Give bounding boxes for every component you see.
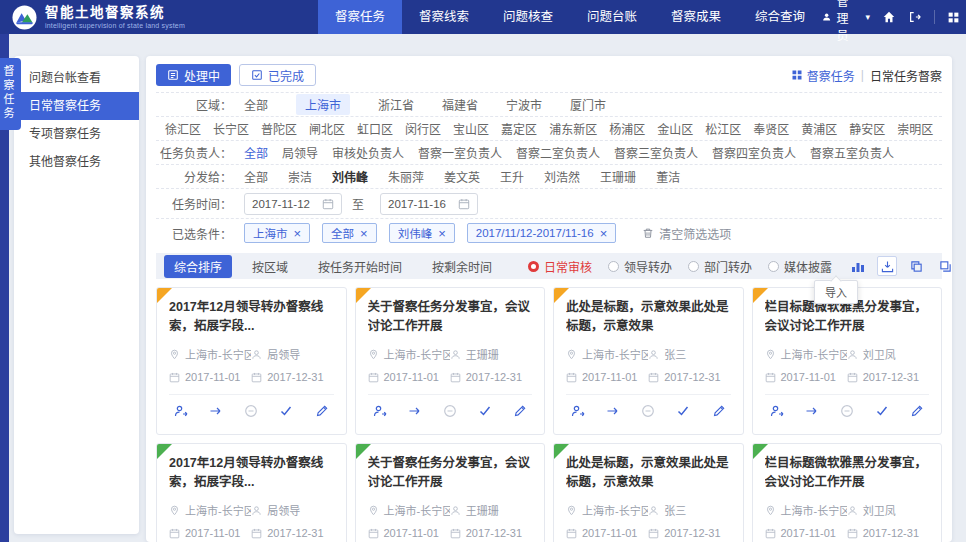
nav-item[interactable]: 督察任务 bbox=[318, 0, 402, 34]
sort-option[interactable]: 按剩余时间 bbox=[422, 255, 502, 278]
task-card[interactable]: 2017年12月领导转办督察线索，拓展字段... 上海市-长宁区 bbox=[156, 287, 347, 435]
district-option[interactable]: 杨浦区 bbox=[609, 120, 645, 137]
assign-icon[interactable] bbox=[372, 403, 388, 419]
remove-tag-icon[interactable]: × bbox=[438, 227, 446, 240]
nav-item[interactable]: 问题核查 bbox=[486, 0, 570, 34]
apps-icon[interactable] bbox=[947, 9, 960, 25]
region-option[interactable]: 全部 bbox=[244, 96, 268, 113]
disable-icon[interactable] bbox=[839, 403, 855, 419]
copy-icon[interactable] bbox=[906, 256, 926, 276]
nav-item[interactable]: 问题台账 bbox=[570, 0, 654, 34]
edit-icon[interactable] bbox=[711, 403, 727, 419]
nav-item[interactable]: 督察线索 bbox=[402, 0, 486, 34]
breadcrumb-parent[interactable]: 督察任务 bbox=[791, 67, 855, 84]
type-radio-option[interactable]: 日常审核 bbox=[528, 258, 592, 275]
sidebar-item[interactable]: 专项督察任务 bbox=[14, 120, 139, 148]
task-card[interactable]: 栏目标题微软雅黑分发事宜，会议讨论工作开展 上海市-长宁区 bbox=[752, 287, 943, 435]
approve-icon[interactable] bbox=[278, 403, 294, 419]
region-option[interactable]: 福建省 bbox=[442, 96, 478, 113]
nav-item[interactable]: 督察成果 bbox=[654, 0, 738, 34]
remove-tag-icon[interactable]: × bbox=[294, 227, 302, 240]
dispatch-option[interactable]: 刘伟峰 bbox=[332, 168, 368, 185]
approve-icon[interactable] bbox=[675, 403, 691, 419]
vertical-tab-inspection-tasks[interactable]: 督察任务 bbox=[0, 58, 21, 130]
district-option[interactable]: 普陀区 bbox=[261, 120, 297, 137]
dispatch-option[interactable]: 全部 bbox=[244, 168, 268, 185]
sort-option[interactable]: 按任务开始时间 bbox=[308, 255, 412, 278]
district-option[interactable]: 松江区 bbox=[705, 120, 741, 137]
dispatch-option[interactable]: 王珊珊 bbox=[600, 168, 636, 185]
sidebar-item[interactable]: 日常督察任务 bbox=[14, 92, 139, 120]
selected-filter-tag[interactable]: 2017/11/12-2017/11-16 × bbox=[467, 223, 616, 243]
district-option[interactable]: 奉贤区 bbox=[753, 120, 789, 137]
owner-option[interactable]: 全部 bbox=[244, 144, 268, 161]
type-radio-option[interactable]: 媒体披露 bbox=[768, 258, 832, 275]
duplicate-icon[interactable] bbox=[935, 256, 952, 276]
district-option[interactable]: 虹口区 bbox=[357, 120, 393, 137]
region-option[interactable]: 上海市 bbox=[296, 94, 350, 115]
dispatch-option[interactable]: 姜文英 bbox=[444, 168, 480, 185]
approve-icon[interactable] bbox=[874, 403, 890, 419]
date-from-input[interactable]: 2017-11-12 bbox=[244, 193, 342, 215]
edit-icon[interactable] bbox=[314, 403, 330, 419]
task-card[interactable]: 此处是标题，示意效果此处是标题，示意效果 上海市-长宁区 bbox=[553, 443, 744, 542]
edit-icon[interactable] bbox=[909, 403, 925, 419]
date-to-input[interactable]: 2017-11-16 bbox=[380, 193, 478, 215]
owner-option[interactable]: 督察二室负责人 bbox=[516, 144, 600, 161]
nav-item[interactable]: 综合查询 bbox=[738, 0, 822, 34]
district-option[interactable]: 浦东新区 bbox=[549, 120, 597, 137]
selected-filter-tag[interactable]: 刘伟峰 × bbox=[389, 223, 455, 243]
clear-filters-button[interactable]: 清空筛选选项 bbox=[642, 225, 731, 242]
owner-option[interactable]: 督察三室负责人 bbox=[614, 144, 698, 161]
task-card[interactable]: 此处是标题，示意效果此处是标题，示意效果 上海市-长宁区 bbox=[553, 287, 744, 435]
disable-icon[interactable] bbox=[243, 403, 259, 419]
forward-icon[interactable] bbox=[208, 403, 224, 419]
district-option[interactable]: 崇明区 bbox=[897, 120, 933, 137]
district-option[interactable]: 静安区 bbox=[849, 120, 885, 137]
dispatch-option[interactable]: 王升 bbox=[500, 168, 524, 185]
district-option[interactable]: 金山区 bbox=[657, 120, 693, 137]
import-icon[interactable] bbox=[877, 256, 897, 276]
tab-completed[interactable]: 已完成 bbox=[239, 64, 316, 86]
district-option[interactable]: 嘉定区 bbox=[501, 120, 537, 137]
type-radio-option[interactable]: 部门转办 bbox=[688, 258, 752, 275]
owner-option[interactable]: 督察四室负责人 bbox=[712, 144, 796, 161]
disable-icon[interactable] bbox=[442, 403, 458, 419]
owner-option[interactable]: 局领导 bbox=[282, 144, 318, 161]
dispatch-option[interactable]: 刘浩然 bbox=[544, 168, 580, 185]
disable-icon[interactable] bbox=[640, 403, 656, 419]
task-card[interactable]: 关于督察任务分发事宜，会议讨论工作开展 上海市-长宁区 bbox=[355, 443, 546, 542]
sidebar-item[interactable]: 其他督察任务 bbox=[14, 148, 139, 176]
region-option[interactable]: 宁波市 bbox=[506, 96, 542, 113]
task-card[interactable]: 关于督察任务分发事宜，会议讨论工作开展 上海市-长宁区 bbox=[355, 287, 546, 435]
district-option[interactable]: 长宁区 bbox=[213, 120, 249, 137]
forward-icon[interactable] bbox=[605, 403, 621, 419]
task-card[interactable]: 2017年12月领导转办督察线索，拓展字段... 上海市-长宁区 bbox=[156, 443, 347, 542]
selected-filter-tag[interactable]: 上海市 × bbox=[244, 223, 310, 243]
selected-filter-tag[interactable]: 全部 × bbox=[322, 223, 377, 243]
assign-icon[interactable] bbox=[570, 403, 586, 419]
district-option[interactable]: 闸北区 bbox=[309, 120, 345, 137]
sidebar-item[interactable]: 问题台帐查看 bbox=[14, 64, 139, 92]
owner-option[interactable]: 督察一室负责人 bbox=[418, 144, 502, 161]
exit-icon[interactable] bbox=[908, 9, 922, 25]
home-icon[interactable] bbox=[882, 9, 896, 25]
chart-icon[interactable] bbox=[848, 256, 868, 276]
region-option[interactable]: 浙江省 bbox=[378, 96, 414, 113]
owner-option[interactable]: 审核处负责人 bbox=[332, 144, 404, 161]
owner-option[interactable]: 督察五室负责人 bbox=[810, 144, 894, 161]
tab-processing[interactable]: 处理中 bbox=[156, 64, 231, 86]
type-radio-option[interactable]: 领导转办 bbox=[608, 258, 672, 275]
dispatch-option[interactable]: 崇洁 bbox=[288, 168, 312, 185]
forward-icon[interactable] bbox=[407, 403, 423, 419]
region-option[interactable]: 厦门市 bbox=[570, 96, 606, 113]
district-option[interactable]: 闵行区 bbox=[405, 120, 441, 137]
dispatch-option[interactable]: 朱丽萍 bbox=[388, 168, 424, 185]
dispatch-option[interactable]: 董洁 bbox=[656, 168, 680, 185]
remove-tag-icon[interactable]: × bbox=[360, 227, 368, 240]
approve-icon[interactable] bbox=[477, 403, 493, 419]
district-option[interactable]: 宝山区 bbox=[453, 120, 489, 137]
task-card[interactable]: 栏目标题微软雅黑分发事宜，会议讨论工作开展 上海市-长宁区 bbox=[752, 443, 943, 542]
user-menu[interactable]: 管理员 ▾ bbox=[822, 0, 870, 43]
assign-icon[interactable] bbox=[769, 403, 785, 419]
